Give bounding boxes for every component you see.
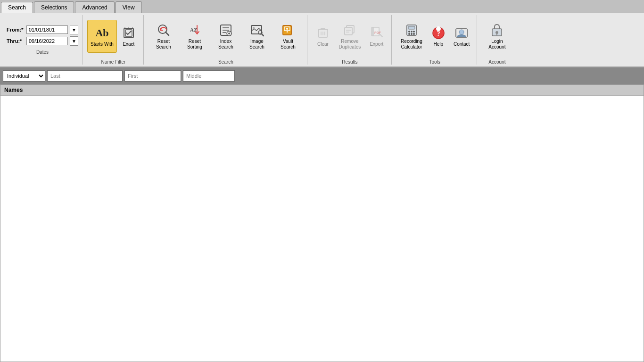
name-filter-group-label: Name Filter [87,58,140,65]
search-group-label: Search [149,58,303,65]
svg-point-41 [413,33,415,35]
starts-with-label: Starts With [91,41,114,47]
image-search-icon [249,23,264,38]
svg-point-39 [408,33,410,35]
recording-calculator-label: Recording Calculator [400,39,423,50]
export-label: Export [370,41,383,47]
thru-date-dropdown[interactable]: ▼ [70,36,78,46]
contact-label: Contact [454,41,470,47]
tab-view[interactable]: View [116,1,142,13]
clear-label: Clear [317,41,329,47]
reset-search-label: Reset Search [152,39,175,50]
contact-button[interactable]: Contact [450,20,473,53]
recording-calculator-button[interactable]: Recording Calculator [396,20,427,53]
svg-point-37 [411,31,413,33]
clear-icon [315,25,330,41]
tools-items: Recording Calculator ? Help [396,15,473,58]
help-button[interactable]: ? Help [428,20,449,53]
remove-duplicates-button[interactable]: Remove Duplicates [335,20,365,53]
starts-with-button[interactable]: Ab Starts With [87,20,117,53]
name-filter-group: Ab Starts With Exact Name Filter [83,15,144,65]
search-type-select[interactable]: Individual Organization All [3,70,45,82]
help-label: Help [434,41,444,47]
image-search-button[interactable]: Image Search [242,20,272,53]
starts-with-icon: Ab [94,25,109,41]
from-date-dropdown[interactable]: ▼ [70,25,78,34]
svg-point-46 [459,30,464,34]
export-button[interactable]: PDF Export [366,20,388,53]
first-name-input[interactable] [124,70,181,82]
search-group: Reset Search AZ Reset Sorting [145,15,307,65]
tab-search[interactable]: Search [1,2,33,13]
tools-group: Recording Calculator ? Help [393,15,477,65]
svg-text:AZ: AZ [190,27,197,33]
remove-duplicates-icon [342,23,357,38]
vault-search-icon [281,23,296,38]
account-items: Login Account [482,15,512,58]
vault-search-label: Vault Search [276,39,300,50]
svg-point-38 [413,31,415,33]
exact-button[interactable]: Exact [118,20,140,53]
thru-date-row: Thru:* ▼ [7,36,78,46]
names-panel: Names [0,84,644,362]
exact-icon [121,25,136,41]
svg-line-3 [165,32,169,35]
index-search-label: Index Search [214,39,238,50]
image-search-label: Image Search [245,39,269,50]
middle-name-input[interactable] [183,70,235,82]
from-date-row: From:* ▼ [7,25,78,34]
login-icon [489,23,504,38]
dates-group: From:* ▼ Thru:* ▼ Dates [3,15,83,65]
ribbon: From:* ▼ Thru:* ▼ Dates Ab Starts With [0,13,644,67]
svg-point-48 [495,31,498,34]
results-items: Clear Remove Duplicates [312,15,388,58]
names-panel-body [0,96,644,362]
svg-text:?: ? [437,30,440,37]
svg-point-40 [411,33,413,35]
help-icon: ? [431,25,446,41]
from-date-input[interactable] [26,25,68,34]
export-icon: PDF [369,25,384,41]
thru-date-input[interactable] [26,37,68,45]
svg-point-19 [286,28,288,30]
results-group-label: Results [312,58,388,65]
index-search-button[interactable]: Index Search [211,20,241,53]
tools-group-label: Tools [396,58,473,65]
name-filter-items: Ab Starts With Exact [87,15,140,58]
results-group: Clear Remove Duplicates [308,15,392,65]
tab-selections[interactable]: Selections [34,1,74,13]
svg-rect-25 [345,27,352,35]
reset-sorting-label: Reset Sorting [183,39,206,50]
reset-search-button[interactable]: Reset Search [149,20,179,53]
contact-icon [454,25,469,41]
dates-group-label: Dates [7,49,78,55]
svg-line-33 [380,34,382,37]
reset-sorting-button[interactable]: AZ Reset Sorting [180,20,210,53]
svg-text:PDF: PDF [374,31,381,34]
search-bar: Individual Organization All [0,67,644,84]
from-label: From:* [7,27,25,33]
thru-label: Thru:* [7,38,25,44]
tab-bar: Search Selections Advanced View [0,0,644,13]
search-items: Reset Search AZ Reset Sorting [149,15,303,58]
account-group: Login Account Account [478,15,516,65]
svg-point-36 [408,31,410,33]
last-name-input[interactable] [47,70,123,82]
svg-rect-35 [408,26,415,29]
recording-calculator-icon [404,23,419,38]
reset-search-icon [156,23,171,38]
account-group-label: Account [482,58,512,65]
remove-duplicates-label: Remove Duplicates [338,39,362,50]
index-search-icon [218,23,233,38]
login-button[interactable]: Login Account [482,20,512,53]
reset-sorting-icon: AZ [187,23,202,38]
svg-point-13 [253,27,255,29]
names-panel-header: Names [0,85,644,96]
names-panel-title: Names [4,87,23,93]
tab-advanced[interactable]: Advanced [75,1,114,13]
clear-button[interactable]: Clear [312,20,334,53]
exact-label: Exact [123,41,134,47]
vault-search-button[interactable]: Vault Search [273,20,303,53]
login-label: Login Account [485,39,509,50]
main-content: Names [0,84,644,362]
